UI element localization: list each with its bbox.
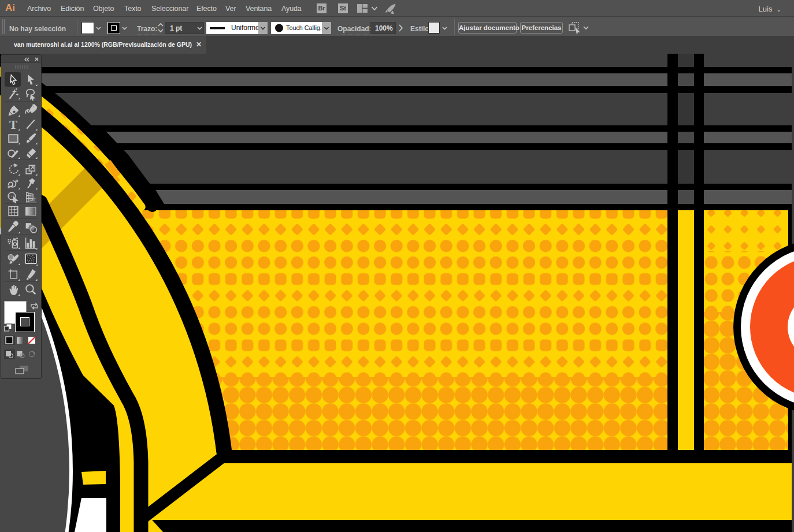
svg-text:T: T	[9, 118, 17, 131]
